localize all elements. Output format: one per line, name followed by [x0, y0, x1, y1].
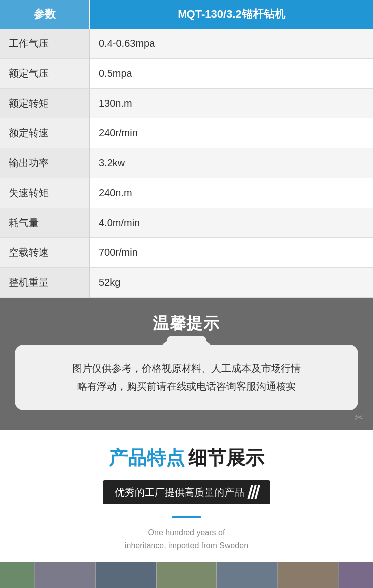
- img-block-7: [339, 562, 373, 588]
- spec-name: 输出功率: [0, 148, 90, 178]
- notice-title: 温馨提示: [10, 313, 363, 335]
- img-block-6: [278, 562, 338, 588]
- spec-value: 0.4-0.63mpa: [90, 29, 373, 59]
- header-model-label: MQT-130/3.2锚杆钻机: [90, 0, 373, 29]
- spec-name: 失速转矩: [0, 178, 90, 208]
- bottom-image-blocks: [0, 562, 373, 588]
- spec-value: 240n.m: [90, 178, 373, 208]
- spec-value: 130n.m: [90, 89, 373, 118]
- notice-card: 图片仅供参考，价格视原材料、人工成本及市场行情 略有浮动，购买前请在线或电话咨询…: [15, 345, 358, 410]
- spec-name: 额定转矩: [0, 89, 90, 118]
- bottom-image: [0, 562, 373, 588]
- img-block-4: [157, 562, 216, 588]
- specs-section: 参数 MQT-130/3.2锚杆钻机 工作气压0.4-0.63mpa额定气压0.…: [0, 0, 373, 298]
- table-row: 整机重量52kg: [0, 268, 373, 298]
- notice-text-line2: 略有浮动，购买前请在线或电话咨询客服沟通核实: [77, 381, 296, 392]
- table-row: 失速转矩240n.m: [0, 178, 373, 208]
- table-row: 输出功率3.2kw: [0, 148, 373, 178]
- features-divider: [172, 516, 201, 518]
- features-subtitle-line2: inheritance, imported from Sweden: [125, 541, 248, 550]
- spec-name: 耗气量: [0, 208, 90, 238]
- features-banner: 优秀的工厂提供高质量的产品: [103, 480, 270, 504]
- img-block-3: [96, 562, 156, 588]
- table-row: 工作气压0.4-0.63mpa: [0, 29, 373, 59]
- img-block-1: [0, 562, 34, 588]
- spec-name: 空载转速: [0, 238, 90, 268]
- spec-value: 52kg: [90, 268, 373, 298]
- table-row: 额定气压0.5mpa: [0, 59, 373, 89]
- scissors-icon: ✂: [354, 411, 363, 424]
- table-row: 空载转速700r/min: [0, 238, 373, 268]
- spec-name: 工作气压: [0, 29, 90, 59]
- table-row: 额定转速240r/min: [0, 118, 373, 148]
- features-subtitle-line1: One hundred years of: [148, 528, 225, 537]
- features-banner-text: 优秀的工厂提供高质量的产品: [115, 486, 244, 499]
- table-row: 额定转矩130n.m: [0, 89, 373, 118]
- features-section: 产品特点 细节展示 优秀的工厂提供高质量的产品 One hundred year…: [0, 430, 373, 562]
- notice-text-line1: 图片仅供参考，价格视原材料、人工成本及市场行情: [72, 363, 301, 374]
- img-block-2: [35, 562, 95, 588]
- spec-name: 整机重量: [0, 268, 90, 298]
- features-title-blue: 产品特点: [109, 445, 185, 470]
- spec-value: 3.2kw: [90, 148, 373, 178]
- features-subtitle: One hundred years of inheritance, import…: [10, 526, 363, 552]
- features-banner-stripes: [249, 485, 258, 499]
- features-title-row: 产品特点 细节展示: [10, 445, 363, 470]
- table-row: 耗气量4.0m/min: [0, 208, 373, 238]
- notice-card-notch: [162, 337, 211, 347]
- spec-value: 240r/min: [90, 118, 373, 148]
- notice-section: 温馨提示 图片仅供参考，价格视原材料、人工成本及市场行情 略有浮动，购买前请在线…: [0, 298, 373, 430]
- spec-name: 额定转速: [0, 118, 90, 148]
- spec-value: 700r/min: [90, 238, 373, 268]
- spec-value: 0.5mpa: [90, 59, 373, 89]
- header-param-label: 参数: [0, 0, 90, 29]
- spec-value: 4.0m/min: [90, 208, 373, 238]
- notice-text: 图片仅供参考，价格视原材料、人工成本及市场行情 略有浮动，购买前请在线或电话咨询…: [27, 359, 346, 395]
- features-title-black: 细节展示: [188, 445, 264, 470]
- specs-table: 参数 MQT-130/3.2锚杆钻机 工作气压0.4-0.63mpa额定气压0.…: [0, 0, 373, 298]
- spec-name: 额定气压: [0, 59, 90, 89]
- img-block-5: [217, 562, 277, 588]
